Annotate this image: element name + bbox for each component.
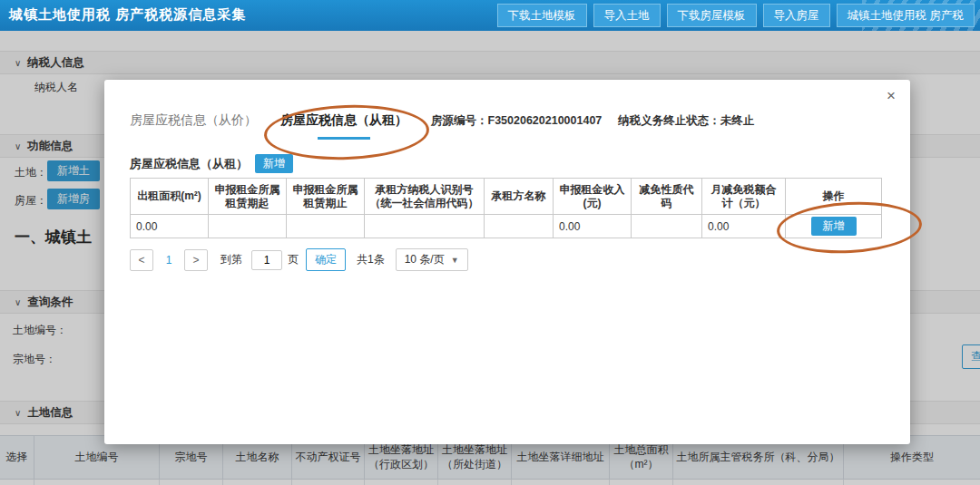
header-toolbar: 下载土地模板 导入土地 下载房屋模板 导入房屋 城镇土地使用税 房产税 — [497, 4, 975, 27]
column-header-rent-income: 申报租金收入(元) — [554, 179, 632, 215]
pagination: < 1 > 到第 页 确定 共1条 10 条/页 ▼ — [130, 248, 468, 271]
status-label: 纳税义务终止状态： — [618, 114, 720, 127]
close-icon[interactable]: × — [887, 88, 896, 103]
download-land-template-button[interactable]: 下载土地模板 — [497, 4, 587, 27]
goto-label: 到第 — [220, 252, 242, 267]
house-code-label: 房源编号： — [431, 114, 488, 127]
status-badge: 未终止 — [720, 114, 755, 127]
cell-operation: 新增 — [786, 215, 882, 238]
cell-lease-end — [287, 215, 365, 238]
header-nav-button[interactable]: 城镇土地使用税 房产税 — [837, 4, 975, 27]
next-page-button[interactable]: > — [184, 249, 208, 271]
rental-table: 出租面积(m²) 申报租金所属租赁期起 申报租金所属租赁期止 承租方纳税人识别号… — [130, 178, 882, 238]
total-count-label: 共1条 — [357, 252, 385, 267]
column-header-operation: 操作 — [786, 179, 882, 215]
column-header-rented-area: 出租面积(m²) — [131, 179, 209, 215]
cell-reduction-code — [632, 215, 702, 238]
rental-table-header-row: 出租面积(m²) 申报租金所属租赁期起 申报租金所属租赁期止 承租方纳税人识别号… — [131, 179, 882, 215]
chevron-down-icon: ▼ — [451, 256, 459, 265]
prev-page-button[interactable]: < — [130, 249, 153, 271]
cell-lease-start — [209, 215, 287, 238]
house-code-value: F35020620210001407 — [488, 114, 603, 127]
column-header-reduction-code: 减免性质代码 — [632, 179, 702, 215]
page-size-value: 10 条/页 — [405, 252, 445, 267]
goto-confirm-button[interactable]: 确定 — [306, 248, 346, 271]
house-info-line: 房源编号：F35020620210001407纳税义务终止状态：未终止 — [431, 113, 754, 132]
column-header-lessee-id: 承租方纳税人识别号（统一社会信用代码） — [365, 179, 485, 215]
add-rental-button[interactable]: 新增 — [255, 154, 293, 173]
column-header-lease-end: 申报租金所属租赁期止 — [287, 179, 365, 215]
import-house-button[interactable]: 导入房屋 — [763, 4, 830, 27]
cell-rent-income: 0.00 — [554, 215, 632, 238]
tab-house-tax-ad-valorem[interactable]: 房屋应税信息（从价） — [130, 112, 257, 132]
column-header-lessee-name: 承租方名称 — [485, 179, 554, 215]
goto-page-input[interactable] — [251, 250, 282, 270]
row-add-button[interactable]: 新增 — [811, 217, 857, 236]
cell-lessee-id — [365, 215, 485, 238]
rental-section-title: 房屋应税信息（从租） — [130, 156, 248, 172]
page-title: 城镇土地使用税 房产税税源信息采集 — [9, 6, 246, 24]
page-number[interactable]: 1 — [159, 249, 179, 271]
cell-rented-area: 0.00 — [131, 215, 209, 238]
cell-lessee-name — [485, 215, 554, 238]
app-header: 城镇土地使用税 房产税税源信息采集 下载土地模板 导入土地 下载房屋模板 导入房… — [0, 0, 980, 31]
column-header-monthly-reduction: 月减免税额合计（元） — [702, 179, 786, 215]
modal-tabs: 房屋应税信息（从价） 房屋应税信息（从租） 房源编号：F350206202100… — [130, 112, 754, 132]
column-header-lease-start: 申报租金所属租赁期起 — [209, 179, 287, 215]
table-row: 0.00 0.00 0.00 新增 — [131, 215, 882, 238]
page-size-select[interactable]: 10 条/页 ▼ — [396, 248, 468, 271]
page-unit-label: 页 — [288, 252, 299, 267]
rental-section-row: 房屋应税信息（从租） 新增 — [130, 154, 293, 173]
download-house-template-button[interactable]: 下载房屋模板 — [667, 4, 757, 27]
import-land-button[interactable]: 导入土地 — [593, 4, 661, 27]
cell-monthly-reduction: 0.00 — [702, 215, 786, 238]
house-tax-dialog: × 房屋应税信息（从价） 房屋应税信息（从租） 房源编号：F3502062021… — [104, 80, 910, 444]
tab-house-tax-rental[interactable]: 房屋应税信息（从租） — [280, 112, 407, 132]
